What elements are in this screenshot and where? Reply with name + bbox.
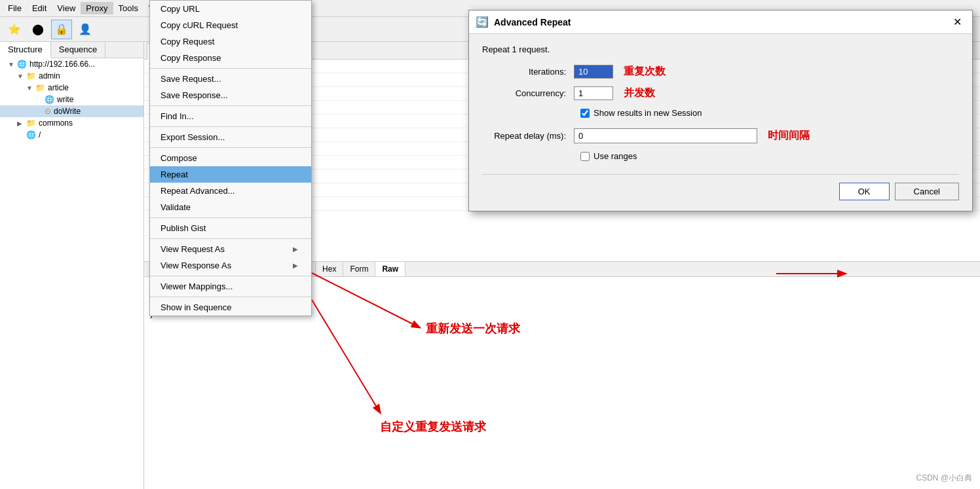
ok-button[interactable]: OK	[839, 183, 890, 200]
dialog-title-left: 🔄 Advanced Repeat	[476, 16, 571, 28]
menu-compose[interactable]: Compose	[150, 150, 311, 166]
menu-copy-curl[interactable]: Copy cURL Request	[150, 17, 311, 33]
dialog-title: Advanced Repeat	[494, 17, 571, 27]
menu-view-request-as[interactable]: View Request As ▶	[150, 241, 311, 257]
tab-raw[interactable]: Raw	[375, 262, 405, 276]
menu-show-sequence[interactable]: Show in Sequence	[150, 299, 311, 316]
separator-6	[150, 238, 311, 239]
separator-7	[150, 276, 311, 276]
star-button[interactable]: ⭐	[4, 20, 25, 39]
separator-2	[150, 105, 311, 106]
record-button[interactable]: ⬤	[28, 20, 48, 39]
dialog-body: Repeat 1 request. Iterations: 重复次数 Concu…	[469, 34, 972, 211]
dialog-concurrency-row: Concurrency: 并发数	[482, 86, 959, 100]
tree-label-write: write	[57, 95, 73, 104]
delay-annotation: 时间间隔	[768, 129, 810, 143]
dialog-subtitle: Repeat 1 request.	[482, 45, 959, 54]
concurrency-label: Concurrency:	[482, 88, 574, 98]
menu-view-response-label: View Response As	[160, 261, 231, 270]
folder-icon-admin: 📁	[26, 71, 36, 81]
tree-item-admin[interactable]: ▼ 📁 admin	[0, 70, 143, 82]
tab-hex[interactable]: Hex	[316, 262, 343, 276]
sidebar: Structure Sequence ▼ 🌐 http://192.166.66…	[0, 42, 144, 489]
tree-label-admin: admin	[39, 71, 60, 81]
tree-label-root: http://192.166.66...	[29, 60, 95, 69]
menu-publish-gist[interactable]: Publish Gist	[150, 220, 311, 236]
tree-item-dowrite[interactable]: ⊙ doWrite	[0, 105, 143, 117]
arrow-icon: ▶	[293, 245, 298, 253]
tab-sequence[interactable]: Sequence	[51, 42, 106, 58]
tree-label-commons: commons	[39, 118, 73, 128]
menu-validate[interactable]: Validate	[150, 199, 311, 215]
expand-icon-admin: ▼	[17, 73, 26, 80]
concurrency-annotation: 并发数	[624, 86, 655, 100]
intercept-button[interactable]: 🔒	[51, 20, 72, 39]
tree-item-commons[interactable]: ▶ 📁 commons	[0, 117, 143, 129]
globe-icon-root2: 🌐	[26, 130, 36, 139]
separator-1	[150, 68, 311, 69]
menu-copy-url[interactable]: Copy URL	[150, 1, 311, 17]
menu-viewer-mappings[interactable]: Viewer Mappings...	[150, 278, 311, 295]
menu-repeat-advanced[interactable]: Repeat Advanced...	[150, 183, 311, 199]
use-ranges-checkbox[interactable]	[580, 152, 590, 161]
tree-item-write[interactable]: 🌐 write	[0, 94, 143, 105]
dialog-buttons: OK Cancel	[482, 174, 959, 200]
tab-form[interactable]: Form	[343, 262, 375, 276]
menu-save-response[interactable]: Save Response...	[150, 87, 311, 103]
show-results-row: Show results in new Session	[580, 108, 959, 118]
tree-label-dowrite: doWrite	[54, 107, 81, 116]
tree-item-article[interactable]: ▼ 📁 article	[0, 82, 143, 94]
menu-view[interactable]: View	[52, 2, 81, 14]
menu-copy-request[interactable]: Copy Request	[150, 33, 311, 50]
menu-proxy[interactable]: Proxy	[81, 2, 113, 14]
tab-structure[interactable]: Structure	[0, 42, 51, 58]
separator-8	[150, 297, 311, 297]
tree-item-root2[interactable]: 🌐 /	[0, 129, 143, 141]
expand-icon: ▼	[8, 61, 17, 68]
globe-icon: 🌐	[17, 60, 27, 69]
folder-icon-article: 📁	[35, 83, 45, 92]
app-window: File Edit View Proxy Tools Window Help ⭐…	[0, 0, 980, 489]
dialog-delay-row: Repeat delay (ms): 时间间隔	[482, 128, 959, 143]
menu-find-in[interactable]: Find In...	[150, 108, 311, 124]
iterations-annotation: 重复次数	[624, 65, 666, 79]
dialog-iterations-row: Iterations: 重复次数	[482, 65, 959, 79]
menu-edit[interactable]: Edit	[27, 2, 52, 14]
menu-repeat[interactable]: Repeat	[150, 166, 311, 183]
use-ranges-label: Use ranges	[594, 151, 637, 161]
concurrency-input[interactable]	[574, 86, 613, 100]
menu-export-session[interactable]: Export Session...	[150, 129, 311, 145]
delay-label: Repeat delay (ms):	[482, 131, 574, 141]
watermark: CSDN @小白典	[916, 473, 972, 484]
cancel-button[interactable]: Cancel	[895, 183, 959, 200]
menu-file[interactable]: File	[3, 2, 27, 14]
delay-input[interactable]	[574, 128, 757, 143]
iterations-input[interactable]	[574, 65, 613, 79]
arrow-icon-2: ▶	[293, 262, 298, 269]
sidebar-tabs: Structure Sequence	[0, 42, 143, 58]
menu-view-response-as[interactable]: View Response As ▶	[150, 257, 311, 274]
file-icon-dowrite: ⊙	[45, 107, 51, 116]
advanced-repeat-dialog: 🔄 Advanced Repeat ✕ Repeat 1 request. It…	[468, 10, 973, 211]
tree-item-root[interactable]: ▼ 🌐 http://192.166.66...	[0, 58, 143, 70]
expand-icon-commons: ▶	[17, 120, 26, 127]
show-results-label: Show results in new Session	[594, 108, 702, 118]
show-results-checkbox[interactable]	[580, 109, 590, 118]
use-ranges-row: Use ranges	[580, 151, 959, 161]
iterations-label: Iterations:	[482, 67, 574, 77]
tree-label-article: article	[48, 83, 69, 92]
separator-4	[150, 147, 311, 148]
separator-3	[150, 126, 311, 127]
menu-view-request-label: View Request As	[160, 244, 225, 254]
user-button[interactable]: 👤	[75, 20, 96, 39]
globe-icon-write: 🌐	[45, 95, 54, 104]
separator-5	[150, 217, 311, 218]
menu-copy-response[interactable]: Copy Response	[150, 50, 311, 66]
menu-save-request[interactable]: Save Request...	[150, 71, 311, 87]
context-menu: Copy URL Copy cURL Request Copy Request …	[149, 0, 312, 316]
menu-tools[interactable]: Tools	[113, 2, 143, 14]
dialog-close-button[interactable]: ✕	[949, 14, 966, 29]
tree-label-root2: /	[39, 130, 41, 139]
expand-icon-article: ▼	[26, 84, 35, 92]
dialog-title-bar: 🔄 Advanced Repeat ✕	[469, 10, 972, 34]
